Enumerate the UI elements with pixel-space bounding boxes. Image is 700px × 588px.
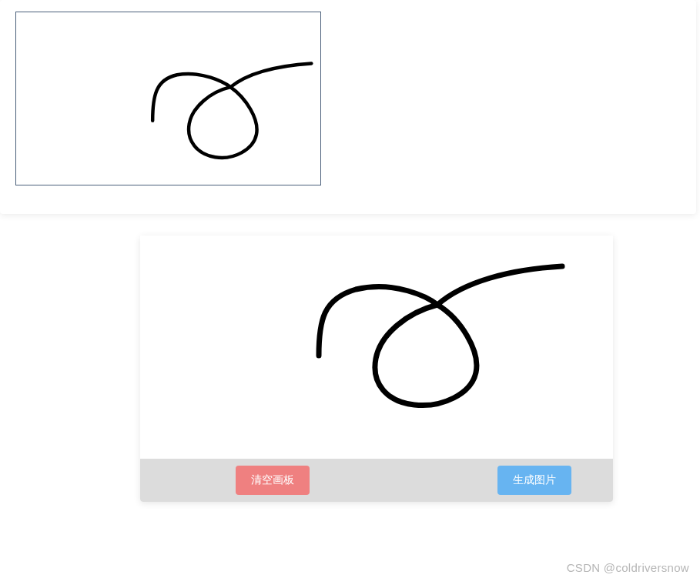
clear-button[interactable]: 清空画板 <box>236 466 310 495</box>
button-bar: 清空画板 生成图片 <box>140 459 613 502</box>
canvas-drawing <box>140 236 613 459</box>
drawing-canvas[interactable] <box>140 236 613 459</box>
preview-drawing <box>16 12 320 185</box>
watermark-text: CSDN @coldriversnow <box>567 561 689 574</box>
drawing-panel: 清空画板 生成图片 <box>140 236 613 502</box>
generate-button[interactable]: 生成图片 <box>497 466 571 495</box>
preview-panel <box>0 0 696 214</box>
preview-image-box <box>15 12 321 185</box>
